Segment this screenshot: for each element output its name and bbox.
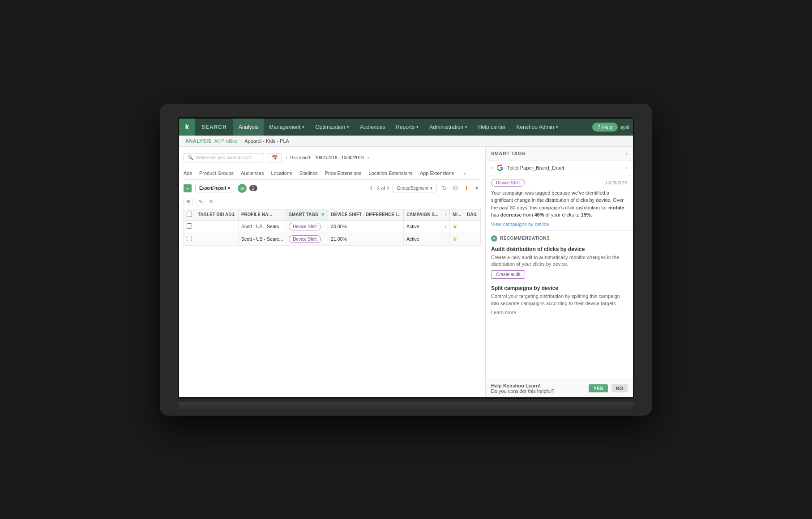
smart-tags-cell[interactable]: Device Shift [286, 220, 328, 233]
tab-locations[interactable]: Locations [271, 168, 292, 179]
calendar-button[interactable]: 📅 [268, 153, 282, 162]
recommendations-header: ● RECOMMENDATIONS [491, 235, 628, 242]
chevron-down-icon: ▾ [465, 125, 467, 129]
col-header-tablet-bid[interactable]: TABLET BID ADJ. [195, 209, 239, 220]
col-header-campaign-status[interactable]: CAMPAIGN S... [403, 209, 441, 220]
helpful-footer: Help Kenshoo Learn! Do you consider this… [486, 379, 633, 397]
top-navigation: k SEARCH Analysis Management ▾ Optimizat… [179, 119, 633, 136]
breadcrumb-current-page: Apparel - Kids - PLA [244, 138, 289, 144]
rec-item-desc-2: Control your targeting distribution by s… [491, 293, 628, 307]
nav-item-kenshoo-admin[interactable]: Kenshoo Admin ▾ [511, 119, 564, 136]
col-header-smart-tags[interactable]: SMART TAGS ▼ [286, 209, 328, 220]
help-button[interactable]: ? Help [592, 123, 618, 132]
nav-item-administration[interactable]: Administration ▾ [424, 119, 473, 136]
chevron-down-icon: ▾ [416, 125, 419, 129]
left-panel: 🔍 Where do you want to go? 📅 ‹ This mont… [179, 147, 485, 397]
grid-view-button[interactable]: ⊞ [184, 198, 192, 205]
daily-cell [464, 220, 480, 233]
table-controls: ▸ Export/Import ▾ ⊞ 2 1 - 2 of [184, 183, 480, 194]
breadcrumb-section: ANALYSIS [185, 138, 212, 144]
breadcrumb-all-profiles[interactable]: All Profiles [214, 138, 238, 144]
recommendation-item-1: Audit distribution of clicks by device C… [491, 246, 628, 279]
date-prev-button[interactable]: ‹ [286, 154, 287, 161]
row-checkbox[interactable] [187, 223, 192, 229]
main-area: 🔍 Where do you want to go? 📅 ‹ This mont… [179, 147, 633, 397]
edit-button[interactable]: ✎ [196, 198, 205, 205]
view-campaigns-link[interactable]: View campaigns by device [491, 221, 549, 227]
status-badge: Active [406, 224, 419, 229]
tab-location-extensions[interactable]: Location Extensions [368, 168, 412, 179]
tag-description: Your campaign was tagged because we've i… [491, 189, 628, 219]
refresh-button[interactable]: ↻ [440, 184, 449, 192]
tab-sitelinks[interactable]: Sitelinks [299, 168, 317, 179]
calendar-icon: 📅 [272, 155, 278, 161]
mi-cell: ♛ [449, 220, 464, 233]
rec-item-title-2: Split campaigns by device [491, 285, 628, 291]
device-shift-badge[interactable]: Device Shift [289, 235, 321, 243]
crown-icon: ♛ [453, 236, 457, 242]
search-icon: 🔍 [188, 155, 194, 161]
smart-tags-cell[interactable]: Device Shift [286, 233, 328, 245]
data-table: TABLET BID ADJ. PROFILE NA... SMART TAGS… [184, 209, 481, 246]
recommendations-icon: ● [491, 235, 497, 242]
no-button[interactable]: NO [611, 384, 628, 392]
col-header-upload[interactable]: ↑ [441, 209, 450, 220]
search-box[interactable]: 🔍 Where do you want to go? [184, 153, 264, 162]
tab-price-extensions[interactable]: Price Extensions [325, 168, 361, 179]
filter-icon: ▼ [321, 212, 325, 217]
date-navigation: ‹ This month 10/01/2019 - 10/30/2019 › [286, 154, 369, 161]
device-shift-tag-badge[interactable]: Device Shift [491, 179, 525, 187]
nav-item-audiences[interactable]: Audiences [355, 119, 390, 136]
nav-item-analysis[interactable]: Analysis [233, 119, 264, 136]
export-import-button[interactable]: Export/Import ▾ [195, 184, 234, 192]
nav-item-optimization[interactable]: Optimization ▾ [310, 119, 355, 136]
upload-cell[interactable]: ↑ [441, 220, 450, 233]
question-icon: ? [598, 124, 600, 130]
row-checkbox[interactable] [187, 236, 192, 241]
filter-icon: ⊞ [238, 184, 247, 193]
col-header-mi[interactable]: MI... [449, 209, 464, 220]
recommendations-title: RECOMMENDATIONS [500, 236, 550, 241]
nav-item-help-center[interactable]: Help center [473, 119, 511, 136]
tab-audiences[interactable]: Audiences [241, 168, 264, 179]
download-button[interactable]: ⬇ [462, 184, 471, 192]
sub-header-row: ⊞ ✎ ✕ [184, 196, 480, 207]
smart-tags-header: SMART TAGS › [486, 147, 633, 161]
tab-product-groups[interactable]: Product Groups [199, 168, 234, 179]
learn-more-link[interactable]: Learn more [491, 310, 516, 315]
nav-right: ? Help ayal [592, 123, 633, 132]
col-header-device-shift[interactable]: DEVICE SHIFT - DIFFERENCE I... [328, 209, 404, 220]
select-all-checkbox[interactable] [187, 212, 192, 217]
crown-icon: ♛ [453, 223, 457, 230]
group-segment-selector[interactable]: Group/Segment ▾ [393, 184, 436, 192]
app-logo[interactable]: k [179, 119, 195, 136]
breadcrumb: ANALYSIS All Profiles › Apparel - Kids -… [179, 136, 633, 147]
chevron-down-icon: ▾ [302, 125, 304, 129]
close-panel-button[interactable]: ✕ [209, 198, 214, 205]
nav-item-management[interactable]: Management ▾ [264, 119, 310, 136]
yes-button[interactable]: YES [589, 384, 607, 392]
date-next-button[interactable]: › [367, 154, 369, 161]
row-checkbox-cell[interactable] [184, 233, 195, 245]
chevron-down-icon: ▾ [347, 125, 349, 129]
more-options-button[interactable]: ▾ [474, 184, 480, 192]
table-action-icons: ↻ ⊟ ⬇ ▾ [440, 184, 480, 192]
nav-item-reports[interactable]: Reports ▾ [390, 119, 424, 136]
tablet-bid-cell [195, 233, 239, 245]
chevron-right-icon[interactable]: › [626, 150, 628, 157]
daily-cell [464, 233, 480, 245]
create-audit-button[interactable]: Create audit [491, 270, 525, 279]
row-checkbox-cell[interactable] [184, 220, 195, 233]
user-label: ayal [620, 124, 629, 130]
tab-app-extensions[interactable]: App Extensions [420, 168, 454, 179]
columns-button[interactable]: ⊟ [451, 184, 460, 192]
add-tab-button[interactable]: + [463, 170, 466, 177]
col-header-profile-name[interactable]: PROFILE NA... [238, 209, 286, 220]
col-header-daily[interactable]: DAIL [464, 209, 480, 220]
campaign-status-cell: Active [403, 233, 441, 245]
chevron-right-icon[interactable]: › [626, 165, 628, 171]
back-button[interactable]: ‹ [491, 165, 493, 171]
tab-ads[interactable]: Ads [184, 168, 192, 179]
status-badge: Active [406, 236, 419, 242]
device-shift-badge[interactable]: Device Shift [289, 223, 321, 230]
